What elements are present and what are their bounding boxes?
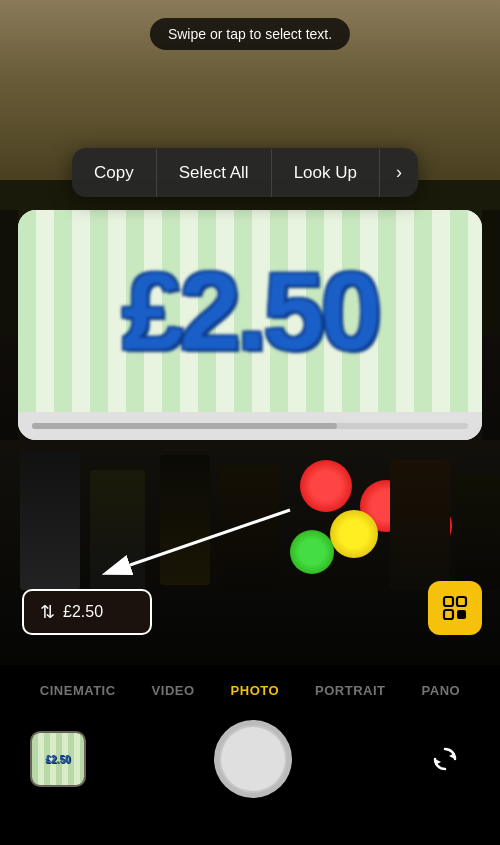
live-text-button[interactable] — [428, 581, 482, 635]
camera-mode-selector: CINEMATICVIDEOPHOTOPORTRAITPANO — [0, 665, 500, 712]
ocr-result-badge[interactable]: ⇅ £2.50 — [22, 589, 152, 635]
overlay-left — [0, 210, 18, 440]
camera-bottom-row: £2.50 — [0, 720, 500, 798]
ocr-transfer-icon: ⇅ — [40, 601, 55, 623]
select-all-button[interactable]: Select All — [157, 149, 272, 197]
dark-item-5 — [390, 460, 450, 590]
rotate-button[interactable] — [420, 734, 470, 784]
scroll-bar[interactable] — [18, 412, 482, 440]
overlay-right — [482, 210, 500, 440]
copy-button[interactable]: Copy — [72, 149, 157, 197]
look-up-button[interactable]: Look Up — [272, 149, 380, 197]
ocr-card: £2.50 — [18, 210, 482, 440]
price-text: £2.50 — [122, 256, 377, 366]
more-button[interactable]: › — [380, 148, 418, 197]
svg-rect-5 — [457, 610, 466, 619]
camera-mode-pano[interactable]: PANO — [404, 683, 479, 698]
camera-mode-cinematic[interactable]: CINEMATIC — [22, 683, 134, 698]
swipe-tooltip: Swipe or tap to select text. — [150, 18, 350, 50]
context-menu: Copy Select All Look Up › — [72, 148, 418, 197]
svg-line-1 — [130, 510, 290, 565]
live-text-icon — [441, 594, 469, 622]
svg-marker-6 — [449, 753, 455, 759]
photo-thumbnail[interactable]: £2.50 — [30, 731, 86, 787]
svg-rect-3 — [457, 597, 466, 606]
dark-item-1 — [20, 450, 80, 590]
camera-mode-video[interactable]: VIDEO — [134, 683, 213, 698]
camera-mode-photo[interactable]: PHOTO — [213, 683, 298, 698]
swipe-tooltip-text: Swipe or tap to select text. — [168, 26, 332, 42]
thumbnail-inner: £2.50 — [32, 733, 84, 785]
price-display: £2.50 — [18, 210, 482, 412]
camera-controls: CINEMATICVIDEOPHOTOPORTRAITPANO £2.50 — [0, 665, 500, 845]
scroll-track — [32, 423, 468, 429]
arrow-svg — [100, 490, 320, 590]
camera-mode-portrait[interactable]: PORTRAIT — [297, 683, 403, 698]
ocr-badge-value: £2.50 — [63, 603, 103, 621]
dark-item-6 — [455, 475, 500, 590]
shelf-dot-3 — [330, 510, 378, 558]
shutter-inner — [221, 727, 285, 791]
svg-rect-2 — [444, 597, 453, 606]
svg-rect-4 — [444, 610, 453, 619]
thumbnail-price-text: £2.50 — [45, 754, 70, 765]
rotate-icon — [429, 743, 461, 775]
arrow-annotation — [100, 490, 320, 590]
scroll-thumb — [32, 423, 337, 429]
shutter-button[interactable] — [214, 720, 292, 798]
svg-marker-7 — [435, 759, 441, 765]
